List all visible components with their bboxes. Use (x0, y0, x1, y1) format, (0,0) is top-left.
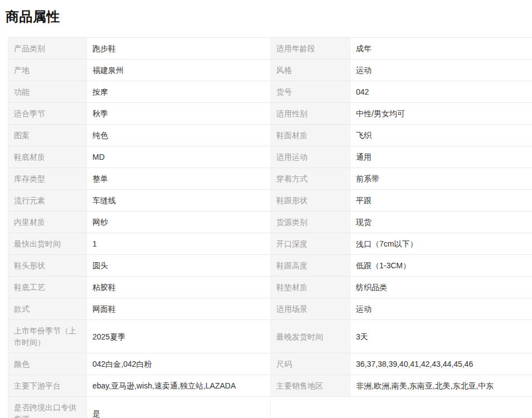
attr-row: 适合季节 秋季 适用性别 中性/男女均可 (8, 103, 532, 125)
attr-row: 是否跨境出口专供货源 是 (8, 397, 532, 418)
attr-value-right: 低跟（1-3CM） (350, 255, 532, 277)
attr-row: 上市年份季节（上市时间） 2025夏季 最晚发货时间 3天 (8, 320, 532, 353)
page-title: 商品属性 (0, 0, 532, 26)
attr-label-left: 鞋头形状 (8, 255, 87, 277)
attributes-table: 产品类别 跑步鞋 适用年龄段 成年 产地 福建泉州 风格 运动 功能 按摩 货号… (8, 37, 532, 418)
attr-value-left: 车缝线 (87, 190, 271, 212)
attr-value-left: 按摩 (87, 81, 271, 103)
attr-value-left: 042白金,042白粉 (87, 353, 271, 375)
attr-value-right: 通用 (350, 146, 532, 168)
attr-value-right: 中性/男女均可 (350, 103, 532, 125)
attr-label-left: 是否跨境出口专供货源 (8, 397, 87, 418)
attr-label-left: 款式 (8, 298, 87, 320)
attr-label-right: 最晚发货时间 (271, 320, 350, 353)
attr-row: 鞋底材质 MD 适用运动 通用 (8, 146, 532, 168)
attr-row: 功能 按摩 货号 042 (8, 81, 532, 103)
attr-label-left: 鞋底工艺 (8, 277, 87, 298)
attr-value-left: 纯色 (87, 125, 271, 146)
attr-value-right: 纺织品类 (350, 277, 532, 298)
attr-value-right: 成年 (350, 38, 532, 60)
attr-value-right: 飞织 (350, 125, 532, 146)
attr-label-right: 货号 (271, 81, 350, 103)
attr-value-right: 36,37,38,39,40,41,42,43,44,45,46 (350, 353, 532, 375)
attr-label-right: 适用运动 (271, 146, 350, 168)
attr-label-right (271, 397, 350, 418)
attr-value-left: 整单 (87, 168, 271, 190)
attr-row: 鞋底工艺 粘胶鞋 鞋垫材质 纺织品类 (8, 277, 532, 298)
attr-value-left: ebay,亚马逊,wish,速卖通,独立站,LAZADA (87, 375, 271, 397)
attr-label-left: 图案 (8, 125, 87, 146)
attr-value-left: 秋季 (87, 103, 271, 125)
attr-row: 最快出货时间 1 开口深度 浅口（7cm以下） (8, 233, 532, 255)
attr-value-right (350, 397, 532, 418)
attr-label-right: 鞋面材质 (271, 125, 350, 146)
attr-row: 颜色 042白金,042白粉 尺码 36,37,38,39,40,41,42,4… (8, 353, 532, 375)
attr-row: 主要下游平台 ebay,亚马逊,wish,速卖通,独立站,LAZADA 主要销售… (8, 375, 532, 397)
attr-label-right: 主要销售地区 (271, 375, 350, 397)
attr-value-left: 是 (87, 397, 271, 418)
attr-value-right: 浅口（7cm以下） (350, 233, 532, 255)
attributes-table-body: 产品类别 跑步鞋 适用年龄段 成年 产地 福建泉州 风格 运动 功能 按摩 货号… (8, 38, 532, 418)
attr-label-right: 鞋跟高度 (271, 255, 350, 277)
attr-value-left: 跑步鞋 (87, 38, 271, 60)
attr-label-left: 最快出货时间 (8, 233, 87, 255)
attr-value-right: 平跟 (350, 190, 532, 212)
attr-label-left: 适合季节 (8, 103, 87, 125)
attr-label-right: 适用场景 (271, 298, 350, 320)
attr-label-right: 适用性别 (271, 103, 350, 125)
attr-label-left: 功能 (8, 81, 87, 103)
attr-value-left: 圆头 (87, 255, 271, 277)
attr-label-left: 主要下游平台 (8, 375, 87, 397)
attr-value-left: 2025夏季 (87, 320, 271, 353)
attr-value-left: 网面鞋 (87, 298, 271, 320)
attr-value-right: 运动 (350, 298, 532, 320)
attr-value-left: 福建泉州 (87, 60, 271, 81)
attr-row: 款式 网面鞋 适用场景 运动 (8, 298, 532, 320)
attr-row: 产地 福建泉州 风格 运动 (8, 60, 532, 81)
attr-value-right: 前系带 (350, 168, 532, 190)
attributes-table-wrap: 产品类别 跑步鞋 适用年龄段 成年 产地 福建泉州 风格 运动 功能 按摩 货号… (8, 37, 532, 418)
attr-label-left: 产地 (8, 60, 87, 81)
attr-label-right: 穿着方式 (271, 168, 350, 190)
attr-label-left: 上市年份季节（上市时间） (8, 320, 87, 353)
product-attributes-section: 商品属性 产品类别 跑步鞋 适用年龄段 成年 产地 福建泉州 风格 运动 功能 … (0, 0, 532, 418)
attr-value-right: 现货 (350, 212, 532, 233)
attr-value-left: MD (87, 146, 271, 168)
attr-label-right: 货源类别 (271, 212, 350, 233)
attr-label-left: 产品类别 (8, 38, 87, 60)
attr-value-right: 非洲,欧洲,南美,东南亚,北美,东北亚,中东 (350, 375, 532, 397)
attr-label-right: 尺码 (271, 353, 350, 375)
attr-value-left: 1 (87, 233, 271, 255)
attr-value-right: 3天 (350, 320, 532, 353)
attr-label-right: 开口深度 (271, 233, 350, 255)
attr-label-right: 适用年龄段 (271, 38, 350, 60)
attr-row: 流行元素 车缝线 鞋跟形状 平跟 (8, 190, 532, 212)
attr-label-right: 风格 (271, 60, 350, 81)
attr-row: 鞋头形状 圆头 鞋跟高度 低跟（1-3CM） (8, 255, 532, 277)
attr-value-left: 网纱 (87, 212, 271, 233)
attr-value-right: 运动 (350, 60, 532, 81)
attr-value-left: 粘胶鞋 (87, 277, 271, 298)
attr-row: 库存类型 整单 穿着方式 前系带 (8, 168, 532, 190)
attr-label-left: 鞋底材质 (8, 146, 87, 168)
attr-label-left: 内里材质 (8, 212, 87, 233)
attr-row: 图案 纯色 鞋面材质 飞织 (8, 125, 532, 146)
attr-label-left: 库存类型 (8, 168, 87, 190)
attr-label-left: 颜色 (8, 353, 87, 375)
attr-label-left: 流行元素 (8, 190, 87, 212)
attr-label-right: 鞋跟形状 (271, 190, 350, 212)
attr-row: 内里材质 网纱 货源类别 现货 (8, 212, 532, 233)
attr-value-right: 042 (350, 81, 532, 103)
attr-row: 产品类别 跑步鞋 适用年龄段 成年 (8, 38, 532, 60)
attr-label-right: 鞋垫材质 (271, 277, 350, 298)
